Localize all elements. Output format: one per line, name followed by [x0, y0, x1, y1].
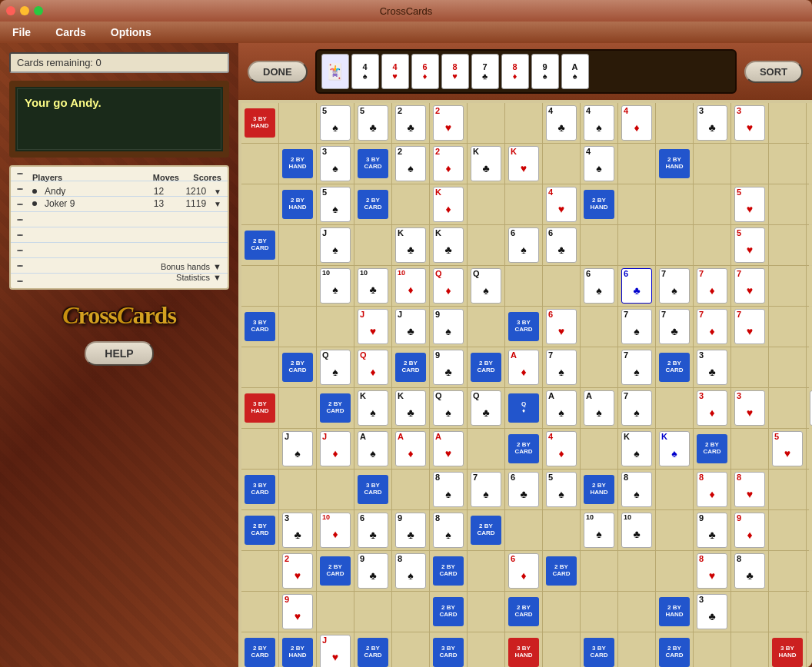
card-7d-r6c13[interactable]: 7 ♦ — [697, 309, 727, 344]
cell-r12c2[interactable]: 2 ♥ — [279, 551, 316, 591]
cell-r3c6[interactable]: K ♦ — [430, 184, 467, 224]
cell-r2c9[interactable] — [543, 144, 580, 184]
cell-r8c9[interactable]: A ♠ — [543, 388, 580, 428]
cell-r10c5[interactable] — [392, 470, 429, 509]
cell-r10c1[interactable]: 3 BYCARD — [241, 470, 278, 509]
card-qs-r8c6[interactable]: Q ♠ — [433, 390, 464, 426]
card-8h-r10c14[interactable]: 8 ♥ — [734, 472, 765, 507]
cell-r1c13[interactable]: 3 ♣ — [694, 103, 730, 143]
cell-r3c8[interactable] — [505, 184, 542, 224]
cell-r8c15[interactable] — [769, 388, 806, 428]
cell-r7c15[interactable] — [769, 347, 806, 387]
cell-r2c4[interactable]: 3 BYCARD — [354, 144, 391, 184]
cell-r1c16[interactable] — [807, 103, 812, 143]
cell-r7c16[interactable] — [807, 347, 812, 387]
cell-r9c6[interactable]: A ♥ — [430, 429, 467, 469]
cell-r2c12[interactable]: 2 BYHAND — [656, 144, 693, 184]
statistics-item[interactable]: Statistics ▼ — [32, 273, 221, 282]
minimize-button[interactable] — [20, 6, 29, 15]
card-jd-r14c3[interactable]: J ♥ — [320, 635, 351, 667]
card-9d-r12c4[interactable]: 9 ♣ — [358, 553, 388, 589]
cell-r8c13[interactable]: 3 ♦ — [694, 388, 730, 428]
cell-r3c7[interactable] — [468, 184, 504, 224]
card-9d-r11c14[interactable]: 9 ♦ — [734, 513, 765, 548]
card-ah-r8c10[interactable]: A ♠ — [584, 390, 614, 426]
cell-r7c5[interactable]: 2 BYCARD — [392, 347, 429, 387]
cell-r5c2[interactable] — [279, 266, 316, 306]
cell-r1c12[interactable] — [656, 103, 693, 143]
cell-r8c2[interactable] — [279, 388, 316, 428]
cell-r7c3[interactable]: Q ♠ — [317, 347, 354, 387]
card-qd-r7c4[interactable]: Q ♦ — [358, 350, 388, 385]
cell-r5c1[interactable] — [241, 266, 278, 306]
cell-r13c3[interactable] — [317, 592, 354, 632]
cell-r11c10[interactable]: 10 ♠ — [581, 510, 617, 550]
cell-r4c4[interactable] — [354, 225, 391, 265]
card-7s-r6c11[interactable]: 7 ♠ — [621, 309, 652, 344]
cell-r13c15[interactable] — [769, 592, 806, 632]
card-2h-r12c2[interactable]: 2 ♥ — [282, 553, 313, 589]
card-10s-r5c3[interactable]: 10 ♠ — [320, 268, 351, 304]
card-as-r7c8[interactable]: A ♦ — [508, 350, 539, 385]
card-6s-r4c8[interactable]: 6 ♠ — [508, 227, 539, 263]
cell-r13c11[interactable] — [618, 592, 655, 632]
cell-r6c3[interactable] — [317, 307, 354, 347]
cell-r14c10[interactable]: 3 BYCARD — [581, 632, 617, 667]
card-kc-r8c5[interactable]: K ♣ — [395, 390, 426, 426]
card-5h-r4c14[interactable]: 5 ♥ — [734, 227, 765, 263]
card-6c-r11c4[interactable]: 6 ♣ — [358, 513, 388, 548]
card-3c-r11c2[interactable]: 3 ♣ — [282, 513, 313, 548]
cell-r12c5[interactable]: 8 ♠ — [392, 551, 429, 591]
cell-r1c8[interactable] — [505, 103, 542, 143]
cell-r11c5[interactable]: 9 ♣ — [392, 510, 429, 550]
cell-r6c10[interactable] — [581, 307, 617, 347]
cell-r12c9[interactable]: 2 BYCARD — [543, 551, 580, 591]
card-as-r9c4[interactable]: A ♠ — [358, 431, 388, 466]
cell-r9c10[interactable] — [581, 429, 617, 469]
cell-r4c10[interactable] — [581, 225, 617, 265]
card-3c-r13c13[interactable]: 3 ♣ — [697, 594, 727, 629]
card-8s-r10c6[interactable]: 8 ♠ — [433, 472, 464, 507]
cell-r3c11[interactable] — [618, 184, 655, 224]
cell-r7c1[interactable] — [241, 347, 278, 387]
cell-r7c13[interactable]: 3 ♣ — [694, 347, 730, 387]
cell-r11c13[interactable]: 9 ♣ — [694, 510, 730, 550]
cell-r6c11[interactable]: 7 ♠ — [618, 307, 655, 347]
cell-r9c9[interactable]: 4 ♦ — [543, 429, 580, 469]
cell-r7c11[interactable]: 7 ♠ — [618, 347, 655, 387]
cell-r10c6[interactable]: 8 ♠ — [430, 470, 467, 509]
cell-r6c7[interactable] — [468, 307, 504, 347]
card-7h-r6c14[interactable]: 7 ♥ — [734, 309, 765, 344]
card-10d-r11c3[interactable]: 10 ♦ — [320, 513, 351, 548]
card-4d-r9c9[interactable]: 4 ♦ — [546, 431, 577, 466]
card-9d-r11c5[interactable]: 9 ♣ — [395, 513, 426, 548]
cell-r6c4[interactable]: J ♥ — [354, 307, 391, 347]
card-4s-r1c10[interactable]: 4 ♠ — [584, 105, 614, 141]
card-9h-r13c2[interactable]: 9 ♥ — [282, 594, 313, 629]
cell-r8c3[interactable]: 2 BYCARD — [317, 388, 354, 428]
cell-r4c16[interactable] — [807, 225, 812, 265]
card-2c-r1c5[interactable]: 2 ♣ — [395, 105, 426, 141]
menu-file[interactable]: File — [8, 25, 35, 40]
card-j-r9c2[interactable]: J ♠ — [282, 431, 313, 466]
cell-r13c7[interactable] — [468, 592, 504, 632]
cell-r9c4[interactable]: A ♠ — [354, 429, 391, 469]
card-6h-r6c9[interactable]: 6 ♥ — [546, 309, 577, 344]
cell-r8c10[interactable]: A ♠ — [581, 388, 617, 428]
cell-r4c8[interactable]: 6 ♠ — [505, 225, 542, 265]
card-4s-r2c10[interactable]: 4 ♠ — [584, 146, 614, 181]
card-6s-r5c10[interactable]: 6 ♠ — [584, 268, 614, 304]
cell-r5c14[interactable]: 7 ♥ — [731, 266, 768, 306]
cell-r11c16[interactable] — [807, 510, 812, 550]
cell-r14c14[interactable] — [731, 632, 768, 667]
cell-r8c1[interactable]: 3 BYHAND — [241, 388, 278, 428]
cell-r2c3[interactable]: 3 ♠ — [317, 144, 354, 184]
cell-r9c16[interactable] — [807, 429, 812, 469]
cell-r6c9[interactable]: 6 ♥ — [543, 307, 580, 347]
card-qs-r7c3[interactable]: Q ♠ — [320, 350, 351, 385]
cell-r14c2[interactable]: 2 BYHAND — [279, 632, 316, 667]
cell-r5c4[interactable]: 10 ♣ — [354, 266, 391, 306]
cell-r6c12[interactable]: 7 ♣ — [656, 307, 693, 347]
cell-r2c6[interactable]: 2 ♦ — [430, 144, 467, 184]
cell-r6c8[interactable]: 3 BYCARD — [505, 307, 542, 347]
